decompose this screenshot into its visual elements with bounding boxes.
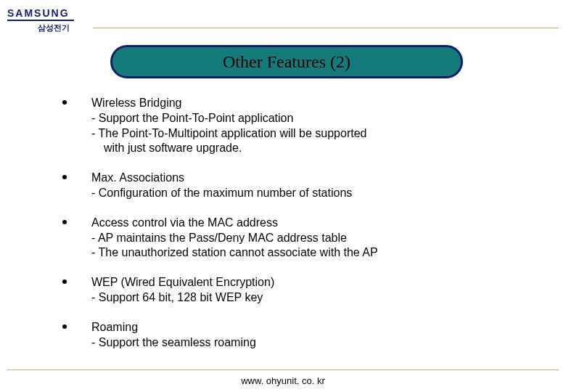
bullet-item: Wireless Bridging - Support the Point-To… (62, 96, 512, 156)
bullet-sub: with just software upgrade. (91, 141, 512, 156)
header: SAMSUNG 삼성전기 (7, 7, 559, 33)
bullet-icon (62, 100, 67, 105)
brand-sub: 삼성전기 (7, 21, 74, 33)
bullet-heading: Max. Associations (91, 171, 512, 186)
bullet-icon (62, 175, 67, 179)
bullet-sub: - Support the Point-To-Point application (91, 111, 512, 126)
bullet-heading: WEP (Wired Equivalent Encryption) (91, 275, 512, 290)
bullet-item: WEP (Wired Equivalent Encryption) - Supp… (62, 275, 512, 306)
bullet-sub: - AP maintains the Pass/Deny MAC address… (91, 231, 512, 246)
bullet-heading: Wireless Bridging (91, 96, 512, 111)
bullet-sub: - Configuration of the maximum number of… (91, 186, 512, 201)
bullet-icon (62, 279, 67, 284)
bullet-sub: - The Point-To-Multipoint application wi… (91, 126, 512, 142)
bullet-sub: - Support the seamless roaming (91, 335, 512, 351)
header-divider (93, 28, 559, 28)
bullet-icon (62, 220, 67, 224)
bullet-item: Access control via the MAC address - AP … (62, 216, 512, 261)
bullet-sub: - The unauthorized station cannot associ… (91, 245, 512, 261)
brand-logo: SAMSUNG 삼성전기 (7, 7, 74, 33)
footer-divider (7, 369, 559, 370)
bullet-item: Max. Associations - Configuration of the… (62, 171, 512, 201)
slide-title: Other Features (2) (223, 52, 350, 71)
footer-url: www. ohyunit. co. kr (0, 375, 566, 386)
bullet-sub: - Support 64 bit, 128 bit WEP key (91, 290, 512, 306)
slide-content: Wireless Bridging - Support the Point-To… (62, 96, 512, 364)
brand-name: SAMSUNG (7, 7, 74, 21)
slide: SAMSUNG 삼성전기 Other Features (2) Wireless… (0, 0, 566, 392)
bullet-heading: Roaming (91, 320, 512, 335)
bullet-item: Roaming - Support the seamless roaming (62, 320, 512, 351)
bullet-heading: Access control via the MAC address (91, 216, 512, 231)
bullet-icon (62, 324, 67, 329)
slide-title-pill: Other Features (2) (110, 45, 463, 78)
